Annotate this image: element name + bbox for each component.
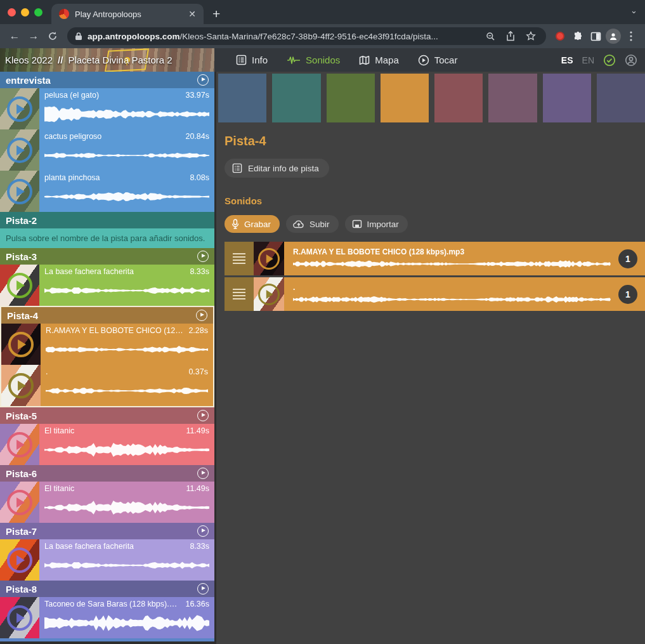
browser-tab[interactable]: Play Antropoloops ✕ [51, 4, 204, 24]
track-swatch-3[interactable] [327, 74, 375, 122]
track-play-button[interactable] [197, 468, 209, 479]
track-play-button[interactable] [197, 525, 209, 537]
nav-tab-sonidos[interactable]: Sonidos [287, 55, 340, 65]
audio-clip[interactable]: Taconeo de Sara Baras (128 kbps).mp316.3… [0, 597, 214, 638]
track-header-pista-2[interactable]: Pista-2 [0, 212, 214, 228]
tab-search-chevron-icon[interactable]: ⌄ [630, 6, 637, 15]
profile-button[interactable] [606, 29, 621, 44]
clip-play-button[interactable] [258, 284, 280, 305]
import-box-icon [352, 220, 362, 228]
breadcrumb[interactable]: Kleos 2022 // Placeta Divina Pastora 2 [0, 48, 214, 72]
track-header-pista-3[interactable]: Pista-3 [0, 248, 214, 265]
track-header-pista-8[interactable]: Pista-8 [0, 581, 214, 597]
side-panel-button[interactable] [588, 29, 603, 44]
bookmark-star-button[interactable] [523, 29, 538, 44]
clip-play-button[interactable] [7, 432, 32, 457]
clip-play-button[interactable] [7, 138, 32, 163]
browser-menu-button[interactable] [623, 29, 639, 44]
audio-clip[interactable]: La base fachera facherita8.33s [0, 265, 214, 306]
track-name: Pista-2 [6, 215, 37, 226]
waveform [46, 341, 208, 358]
zoom-window-button[interactable] [34, 8, 42, 16]
track-header-pista-4[interactable]: Pista-4 [1, 307, 213, 324]
track-play-button[interactable] [197, 583, 209, 595]
lang-en-button[interactable]: EN [582, 55, 594, 65]
waveform [44, 106, 209, 122]
clip-duration: 20.84s [185, 132, 209, 141]
audio-clip[interactable]: planta pinchosa8.08s [0, 171, 214, 212]
recorder-extension-button[interactable] [552, 29, 568, 44]
nav-tab-tocar[interactable]: Tocar [418, 55, 458, 66]
zoom-page-button[interactable] [483, 29, 498, 44]
account-icon[interactable] [625, 54, 637, 67]
clip-body: Taconeo de Sara Baras (128 kbps).mp316.3… [39, 597, 214, 638]
url-host: app.antropoloops.com [88, 32, 180, 41]
track-swatch-8[interactable] [597, 74, 645, 122]
drag-handle[interactable] [225, 277, 254, 311]
track-section-pista-8: Pista-8Taconeo de Sara Baras (128 kbps).… [0, 581, 214, 638]
edit-track-info-button[interactable]: Editar info de pista [225, 159, 329, 178]
audio-clip[interactable]: El titanic11.49s [0, 424, 214, 465]
clip-thumbnail [0, 265, 39, 306]
clip-body: R.AMAYA Y EL BOBOTE CHICO (128 kbps)....… [41, 324, 213, 365]
audio-clip[interactable]: .0.37s [1, 365, 213, 406]
clip-play-button[interactable] [8, 332, 34, 357]
sync-ok-icon[interactable] [603, 54, 616, 67]
clip-play-button[interactable] [7, 179, 32, 204]
tab-close-icon[interactable]: ✕ [187, 9, 197, 19]
breadcrumb-session[interactable]: Placeta Divina Pastora 2 [68, 55, 172, 65]
side-panel-icon [590, 31, 601, 42]
play-triangle-icon [16, 280, 25, 291]
audio-clip[interactable]: R.AMAYA Y EL BOBOTE CHICO (128 kbps)....… [1, 324, 213, 365]
track-swatch-6[interactable] [488, 74, 537, 122]
lang-es-button[interactable]: ES [561, 55, 573, 65]
track-swatch-5[interactable] [434, 74, 483, 122]
nav-tab-info[interactable]: Info [236, 55, 268, 65]
track-section-pista-3: Pista-3La base fachera facherita8.33s [0, 248, 214, 306]
track-header-pista-7[interactable]: Pista-7 [0, 523, 214, 539]
clip-play-button[interactable] [7, 490, 32, 515]
breadcrumb-project[interactable]: Kleos 2022 [5, 55, 53, 65]
minimize-window-button[interactable] [21, 8, 29, 16]
track-play-button[interactable] [197, 74, 209, 86]
share-button[interactable] [503, 29, 518, 44]
reload-button[interactable] [44, 28, 61, 44]
back-button[interactable]: ← [6, 28, 23, 44]
upload-button[interactable]: Subir [286, 215, 339, 233]
address-bar[interactable]: app.antropoloops.com/Kleos-Santa-Marina/… [67, 27, 546, 45]
clip-play-button[interactable] [8, 373, 34, 398]
record-button[interactable]: Grabar [225, 215, 280, 233]
nav-tab-mapa[interactable]: Mapa [359, 55, 399, 65]
extensions-button[interactable] [570, 29, 585, 44]
drag-handle[interactable] [225, 242, 254, 275]
forward-button[interactable]: → [25, 28, 42, 44]
track-swatch-7[interactable] [543, 74, 591, 122]
track-header-pista-5[interactable]: Pista-5 [0, 407, 214, 424]
track-swatch-2[interactable] [272, 74, 320, 122]
audio-clip[interactable]: La base fachera facherita8.33s [0, 539, 214, 581]
track-swatch-1[interactable] [218, 74, 266, 122]
track-play-button[interactable] [196, 310, 207, 321]
track-play-button[interactable] [197, 251, 209, 262]
clip-play-button[interactable] [7, 548, 32, 573]
import-button[interactable]: Importar [345, 215, 408, 233]
nav-label-mapa: Mapa [375, 55, 399, 65]
clip-play-button[interactable] [258, 248, 280, 270]
track-swatch-4[interactable] [381, 74, 429, 122]
sound-row[interactable]: .1 [225, 277, 645, 311]
sound-row[interactable]: R.AMAYA Y EL BOBOTE CHICO (128 kbps).mp3… [225, 242, 645, 275]
track-header-entrevista[interactable]: entrevista [0, 72, 214, 88]
clip-play-button[interactable] [7, 605, 32, 631]
sound-body: R.AMAYA Y EL BOBOTE CHICO (128 kbps).mp3… [284, 242, 645, 275]
audio-clip[interactable]: pelusa (el gato)33.97s [0, 88, 214, 129]
waveform [44, 499, 209, 516]
clip-play-button[interactable] [7, 273, 32, 298]
clip-play-button[interactable] [7, 96, 32, 122]
waveform [293, 256, 611, 272]
new-tab-button[interactable]: + [204, 6, 220, 24]
track-play-button[interactable] [197, 410, 209, 421]
audio-clip[interactable]: cactus peligroso20.84s [0, 129, 214, 171]
close-window-button[interactable] [8, 8, 16, 16]
audio-clip[interactable]: El titanic11.49s [0, 482, 214, 523]
track-header-pista-6[interactable]: Pista-6 [0, 465, 214, 482]
